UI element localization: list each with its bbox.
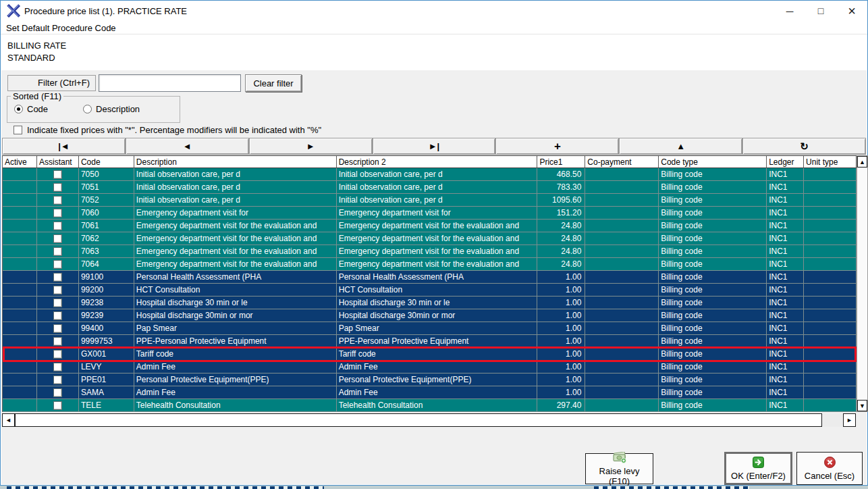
table-row-SAMA[interactable]: SAMAAdmin FeeAdmin Fee1.00Billing codeIN…	[3, 386, 857, 399]
clear-filter-button[interactable]: Clear filter	[245, 74, 302, 92]
assistant-checkbox[interactable]	[53, 209, 62, 217]
assistant-checkbox[interactable]	[53, 273, 62, 282]
table-row-99200[interactable]: 99200HCT ConsultationHCT Consultation1.0…	[3, 284, 857, 297]
table-row-PPE01[interactable]: PPE01Personal Protective Equipment(PPE)P…	[3, 374, 857, 386]
assistant-checkbox[interactable]	[53, 196, 62, 205]
table-row-9999753[interactable]: 9999753PPE-Personal Protective Equipment…	[3, 335, 857, 348]
table-row-7063[interactable]: 7063Emergency department visit for the e…	[3, 245, 857, 258]
close-button[interactable]: ×	[836, 1, 867, 21]
assistant-checkbox[interactable]	[53, 299, 62, 307]
radio-icon[interactable]	[14, 105, 23, 113]
scroll-left-icon[interactable]: ◄	[2, 413, 15, 427]
cell-ledger: INC1	[767, 297, 804, 309]
table-row-7050[interactable]: 7050Initial observation care, per dIniti…	[3, 168, 857, 181]
cell-code-type: Billing code	[659, 271, 767, 284]
cell-code: 7064	[79, 258, 134, 271]
cell-co-payment	[585, 309, 659, 322]
assistant-checkbox[interactable]	[53, 350, 62, 359]
scroll-down-icon[interactable]: ▼	[857, 400, 867, 411]
nav-prior-button[interactable]: ◄	[126, 138, 249, 155]
raise-levy-button[interactable]: Raise levy (F10)	[585, 453, 653, 484]
cell-active	[3, 374, 37, 386]
assistant-checkbox[interactable]	[53, 170, 62, 179]
cell-unit-type	[804, 181, 857, 194]
table-row-99100[interactable]: 99100Personal Health Assessment (PHAPers…	[3, 271, 857, 284]
cell-price1: 1.00	[537, 386, 585, 399]
table-row-7060[interactable]: 7060Emergency department visit forEmerge…	[3, 207, 857, 220]
assistant-checkbox[interactable]	[53, 247, 62, 256]
assistant-cell	[37, 232, 79, 245]
cell-ledger: INC1	[767, 207, 804, 220]
cell-unit-type	[804, 361, 857, 374]
table-row-7052[interactable]: 7052Initial observation care, per dIniti…	[3, 194, 857, 207]
nav-refresh-button[interactable]: ↻	[742, 138, 866, 155]
table-row-99239[interactable]: 99239Hospital discharge 30min or morHosp…	[3, 309, 857, 322]
assistant-checkbox[interactable]	[53, 286, 62, 294]
table-row-TELE[interactable]: TELETelehealth ConsultationTelehealth Co…	[3, 399, 857, 412]
ok-button[interactable]: OK (Enter/F2)	[724, 452, 792, 485]
assistant-checkbox[interactable]	[53, 183, 62, 192]
cell-active	[3, 361, 37, 374]
assistant-checkbox[interactable]	[53, 260, 62, 269]
fixed-prices-option[interactable]: Indicate fixed prices with "*". Percenta…	[13, 125, 321, 135]
cell-description-2: Tariff code	[337, 348, 538, 361]
cell-unit-type	[804, 271, 857, 284]
scroll-up-icon[interactable]: ▲	[857, 156, 867, 168]
assistant-checkbox[interactable]	[53, 222, 62, 230]
cell-price1: 1.00	[537, 361, 585, 374]
ok-label: OK (Enter/F2)	[731, 471, 786, 481]
fixed-prices-checkbox[interactable]	[13, 126, 22, 134]
assistant-cell	[37, 374, 79, 386]
sort-option-code[interactable]: Code	[14, 104, 48, 114]
nav-next-button[interactable]: ►	[249, 138, 373, 155]
scroll-right-icon[interactable]: ►	[843, 413, 856, 427]
cell-co-payment	[585, 374, 659, 386]
assistant-checkbox[interactable]	[53, 234, 62, 243]
table-row-7062[interactable]: 7062Emergency department visit for the e…	[3, 232, 857, 245]
assistant-checkbox[interactable]	[53, 324, 62, 333]
window-controls: ─ □ ×	[774, 1, 867, 21]
horizontal-scrollbar[interactable]: ◄ ►	[2, 413, 857, 427]
cell-description-2: PPE-Personal Protective Equipment	[337, 335, 538, 348]
assistant-checkbox[interactable]	[53, 363, 62, 371]
table-row-99400[interactable]: 99400Pap SmearPap Smear1.00Billing codeI…	[3, 322, 857, 335]
table-row-99238[interactable]: 99238Hospital discharge 30 min or leHosp…	[3, 297, 857, 309]
cell-ledger: INC1	[767, 194, 804, 207]
maximize-button[interactable]: □	[805, 1, 836, 21]
nav-edit-button[interactable]: ▲	[619, 138, 742, 155]
assistant-checkbox[interactable]	[53, 376, 62, 384]
sort-option-description[interactable]: Description	[83, 104, 140, 114]
column-header-code: Code	[79, 156, 134, 168]
filter-label: Filter (Ctrl+F)	[7, 75, 96, 91]
cell-unit-type	[804, 386, 857, 399]
minimize-button[interactable]: ─	[774, 1, 805, 21]
table-row-7061[interactable]: 7061Emergency department visit for the e…	[3, 220, 857, 232]
cell-code-type: Billing code	[659, 181, 767, 194]
assistant-checkbox[interactable]	[53, 337, 62, 346]
table-row-7051[interactable]: 7051Initial observation care, per dIniti…	[3, 181, 857, 194]
nav-insert-button[interactable]: +	[495, 138, 619, 155]
cancel-button[interactable]: Cancel (Esc)	[796, 452, 863, 485]
assistant-checkbox[interactable]	[53, 311, 62, 320]
grid-header-row: ActiveAssistantCodeDescriptionDescriptio…	[2, 155, 857, 168]
vertical-scrollbar[interactable]: ▲ ▼	[857, 155, 868, 412]
assistant-cell	[37, 399, 79, 412]
nav-first-button[interactable]: |◄	[2, 138, 126, 155]
table-row-GX001[interactable]: GX001Tariff codeTariff code1.00Billing c…	[3, 348, 857, 361]
radio-icon[interactable]	[83, 105, 92, 113]
table-row-LEVY[interactable]: LEVYAdmin FeeAdmin Fee1.00Billing codeIN…	[3, 361, 857, 374]
column-header-description-2: Description 2	[337, 156, 538, 168]
cell-description-2: Admin Fee	[337, 386, 538, 399]
assistant-checkbox[interactable]	[53, 401, 62, 410]
assistant-checkbox[interactable]	[53, 388, 62, 397]
cell-description-2: Telehealth Consultation	[337, 399, 538, 412]
cell-ledger: INC1	[767, 245, 804, 258]
filter-input[interactable]	[99, 74, 241, 92]
cell-code: 99239	[79, 309, 134, 322]
nav-last-button[interactable]: ►|	[373, 138, 496, 155]
cell-price1: 1.00	[537, 335, 585, 348]
table-row-7064[interactable]: 7064Emergency department visit for the e…	[3, 258, 857, 271]
assistant-cell	[37, 297, 79, 309]
cell-code-type: Billing code	[659, 297, 767, 309]
horizontal-scroll-thumb[interactable]	[15, 413, 822, 427]
